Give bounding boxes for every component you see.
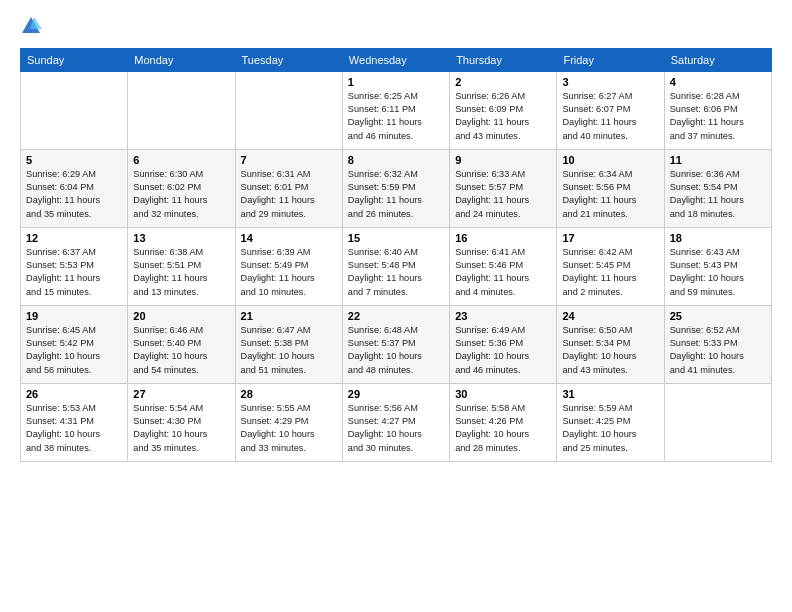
week-row-3: 12Sunrise: 6:37 AMSunset: 5:53 PMDayligh… bbox=[21, 227, 772, 305]
calendar-cell: 11Sunrise: 6:36 AMSunset: 5:54 PMDayligh… bbox=[664, 149, 771, 227]
day-number: 31 bbox=[562, 388, 658, 400]
day-info: Sunrise: 6:40 AMSunset: 5:48 PMDaylight:… bbox=[348, 246, 444, 299]
weekday-header-thursday: Thursday bbox=[450, 48, 557, 71]
calendar-cell: 2Sunrise: 6:26 AMSunset: 6:09 PMDaylight… bbox=[450, 71, 557, 149]
day-number: 24 bbox=[562, 310, 658, 322]
calendar-cell: 7Sunrise: 6:31 AMSunset: 6:01 PMDaylight… bbox=[235, 149, 342, 227]
calendar-cell: 20Sunrise: 6:46 AMSunset: 5:40 PMDayligh… bbox=[128, 305, 235, 383]
day-info: Sunrise: 5:54 AMSunset: 4:30 PMDaylight:… bbox=[133, 402, 229, 455]
calendar-cell: 25Sunrise: 6:52 AMSunset: 5:33 PMDayligh… bbox=[664, 305, 771, 383]
week-row-1: 1Sunrise: 6:25 AMSunset: 6:11 PMDaylight… bbox=[21, 71, 772, 149]
day-info: Sunrise: 5:58 AMSunset: 4:26 PMDaylight:… bbox=[455, 402, 551, 455]
calendar-cell: 5Sunrise: 6:29 AMSunset: 6:04 PMDaylight… bbox=[21, 149, 128, 227]
calendar-cell: 4Sunrise: 6:28 AMSunset: 6:06 PMDaylight… bbox=[664, 71, 771, 149]
day-info: Sunrise: 6:34 AMSunset: 5:56 PMDaylight:… bbox=[562, 168, 658, 221]
day-number: 16 bbox=[455, 232, 551, 244]
day-info: Sunrise: 6:46 AMSunset: 5:40 PMDaylight:… bbox=[133, 324, 229, 377]
day-info: Sunrise: 6:32 AMSunset: 5:59 PMDaylight:… bbox=[348, 168, 444, 221]
calendar-cell: 28Sunrise: 5:55 AMSunset: 4:29 PMDayligh… bbox=[235, 383, 342, 461]
calendar-cell: 12Sunrise: 6:37 AMSunset: 5:53 PMDayligh… bbox=[21, 227, 128, 305]
calendar-cell: 16Sunrise: 6:41 AMSunset: 5:46 PMDayligh… bbox=[450, 227, 557, 305]
day-number: 2 bbox=[455, 76, 551, 88]
day-number: 27 bbox=[133, 388, 229, 400]
calendar-cell bbox=[128, 71, 235, 149]
calendar-cell: 8Sunrise: 6:32 AMSunset: 5:59 PMDaylight… bbox=[342, 149, 449, 227]
day-number: 10 bbox=[562, 154, 658, 166]
day-number: 12 bbox=[26, 232, 122, 244]
day-info: Sunrise: 6:52 AMSunset: 5:33 PMDaylight:… bbox=[670, 324, 766, 377]
week-row-2: 5Sunrise: 6:29 AMSunset: 6:04 PMDaylight… bbox=[21, 149, 772, 227]
weekday-header-row: SundayMondayTuesdayWednesdayThursdayFrid… bbox=[21, 48, 772, 71]
logo-icon bbox=[20, 15, 42, 37]
header bbox=[20, 18, 772, 38]
day-number: 20 bbox=[133, 310, 229, 322]
day-info: Sunrise: 6:30 AMSunset: 6:02 PMDaylight:… bbox=[133, 168, 229, 221]
calendar-cell: 22Sunrise: 6:48 AMSunset: 5:37 PMDayligh… bbox=[342, 305, 449, 383]
day-number: 13 bbox=[133, 232, 229, 244]
day-number: 15 bbox=[348, 232, 444, 244]
day-info: Sunrise: 6:29 AMSunset: 6:04 PMDaylight:… bbox=[26, 168, 122, 221]
day-info: Sunrise: 6:31 AMSunset: 6:01 PMDaylight:… bbox=[241, 168, 337, 221]
day-number: 4 bbox=[670, 76, 766, 88]
calendar-cell: 24Sunrise: 6:50 AMSunset: 5:34 PMDayligh… bbox=[557, 305, 664, 383]
day-number: 11 bbox=[670, 154, 766, 166]
day-info: Sunrise: 6:25 AMSunset: 6:11 PMDaylight:… bbox=[348, 90, 444, 143]
calendar-cell bbox=[664, 383, 771, 461]
calendar-cell: 31Sunrise: 5:59 AMSunset: 4:25 PMDayligh… bbox=[557, 383, 664, 461]
calendar-cell: 18Sunrise: 6:43 AMSunset: 5:43 PMDayligh… bbox=[664, 227, 771, 305]
day-number: 30 bbox=[455, 388, 551, 400]
day-number: 5 bbox=[26, 154, 122, 166]
calendar-cell: 6Sunrise: 6:30 AMSunset: 6:02 PMDaylight… bbox=[128, 149, 235, 227]
day-info: Sunrise: 6:27 AMSunset: 6:07 PMDaylight:… bbox=[562, 90, 658, 143]
page: SundayMondayTuesdayWednesdayThursdayFrid… bbox=[0, 0, 792, 612]
calendar-cell: 26Sunrise: 5:53 AMSunset: 4:31 PMDayligh… bbox=[21, 383, 128, 461]
day-info: Sunrise: 6:42 AMSunset: 5:45 PMDaylight:… bbox=[562, 246, 658, 299]
day-number: 14 bbox=[241, 232, 337, 244]
day-number: 8 bbox=[348, 154, 444, 166]
day-number: 17 bbox=[562, 232, 658, 244]
calendar-cell: 17Sunrise: 6:42 AMSunset: 5:45 PMDayligh… bbox=[557, 227, 664, 305]
weekday-header-friday: Friday bbox=[557, 48, 664, 71]
day-info: Sunrise: 6:28 AMSunset: 6:06 PMDaylight:… bbox=[670, 90, 766, 143]
day-number: 22 bbox=[348, 310, 444, 322]
calendar-cell: 9Sunrise: 6:33 AMSunset: 5:57 PMDaylight… bbox=[450, 149, 557, 227]
day-number: 1 bbox=[348, 76, 444, 88]
day-number: 21 bbox=[241, 310, 337, 322]
day-info: Sunrise: 6:45 AMSunset: 5:42 PMDaylight:… bbox=[26, 324, 122, 377]
weekday-header-tuesday: Tuesday bbox=[235, 48, 342, 71]
calendar-cell: 13Sunrise: 6:38 AMSunset: 5:51 PMDayligh… bbox=[128, 227, 235, 305]
day-info: Sunrise: 6:48 AMSunset: 5:37 PMDaylight:… bbox=[348, 324, 444, 377]
calendar-cell: 1Sunrise: 6:25 AMSunset: 6:11 PMDaylight… bbox=[342, 71, 449, 149]
calendar-cell: 19Sunrise: 6:45 AMSunset: 5:42 PMDayligh… bbox=[21, 305, 128, 383]
calendar-cell: 3Sunrise: 6:27 AMSunset: 6:07 PMDaylight… bbox=[557, 71, 664, 149]
day-number: 19 bbox=[26, 310, 122, 322]
calendar-cell: 27Sunrise: 5:54 AMSunset: 4:30 PMDayligh… bbox=[128, 383, 235, 461]
weekday-header-sunday: Sunday bbox=[21, 48, 128, 71]
calendar-cell: 23Sunrise: 6:49 AMSunset: 5:36 PMDayligh… bbox=[450, 305, 557, 383]
calendar-cell: 30Sunrise: 5:58 AMSunset: 4:26 PMDayligh… bbox=[450, 383, 557, 461]
day-number: 9 bbox=[455, 154, 551, 166]
calendar-cell: 15Sunrise: 6:40 AMSunset: 5:48 PMDayligh… bbox=[342, 227, 449, 305]
week-row-5: 26Sunrise: 5:53 AMSunset: 4:31 PMDayligh… bbox=[21, 383, 772, 461]
day-number: 18 bbox=[670, 232, 766, 244]
day-info: Sunrise: 5:59 AMSunset: 4:25 PMDaylight:… bbox=[562, 402, 658, 455]
calendar-cell: 10Sunrise: 6:34 AMSunset: 5:56 PMDayligh… bbox=[557, 149, 664, 227]
week-row-4: 19Sunrise: 6:45 AMSunset: 5:42 PMDayligh… bbox=[21, 305, 772, 383]
day-info: Sunrise: 6:38 AMSunset: 5:51 PMDaylight:… bbox=[133, 246, 229, 299]
day-info: Sunrise: 5:56 AMSunset: 4:27 PMDaylight:… bbox=[348, 402, 444, 455]
day-number: 23 bbox=[455, 310, 551, 322]
calendar-cell: 21Sunrise: 6:47 AMSunset: 5:38 PMDayligh… bbox=[235, 305, 342, 383]
day-number: 6 bbox=[133, 154, 229, 166]
weekday-header-wednesday: Wednesday bbox=[342, 48, 449, 71]
day-info: Sunrise: 6:39 AMSunset: 5:49 PMDaylight:… bbox=[241, 246, 337, 299]
weekday-header-saturday: Saturday bbox=[664, 48, 771, 71]
day-info: Sunrise: 6:36 AMSunset: 5:54 PMDaylight:… bbox=[670, 168, 766, 221]
calendar-cell bbox=[21, 71, 128, 149]
calendar-cell: 29Sunrise: 5:56 AMSunset: 4:27 PMDayligh… bbox=[342, 383, 449, 461]
day-info: Sunrise: 6:49 AMSunset: 5:36 PMDaylight:… bbox=[455, 324, 551, 377]
day-info: Sunrise: 6:26 AMSunset: 6:09 PMDaylight:… bbox=[455, 90, 551, 143]
day-info: Sunrise: 5:55 AMSunset: 4:29 PMDaylight:… bbox=[241, 402, 337, 455]
day-number: 7 bbox=[241, 154, 337, 166]
day-info: Sunrise: 6:50 AMSunset: 5:34 PMDaylight:… bbox=[562, 324, 658, 377]
day-number: 3 bbox=[562, 76, 658, 88]
